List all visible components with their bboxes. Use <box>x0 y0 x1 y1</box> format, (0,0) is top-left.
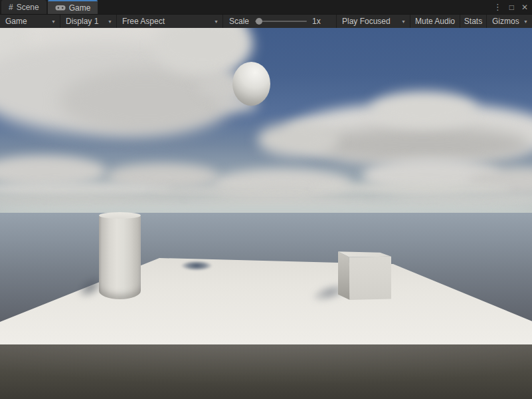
play-focused-dropdown[interactable]: Play Focused ▼ <box>336 15 410 28</box>
close-icon[interactable]: ✕ <box>521 3 528 11</box>
game-render-viewport[interactable] <box>0 28 532 399</box>
grid-icon: # <box>9 3 13 12</box>
mute-audio-label: Mute Audio <box>415 17 455 26</box>
toolbar-spacer <box>321 15 336 28</box>
aspect-ratio-dropdown[interactable]: Free Aspect ▼ <box>117 15 223 28</box>
view-dropdown-label: Game <box>5 17 27 26</box>
cylinder-top-cap <box>99 212 141 219</box>
ground <box>0 344 532 399</box>
scale-slider[interactable] <box>255 21 307 22</box>
gamepad-icon <box>55 4 66 11</box>
cylinder-body <box>99 213 141 299</box>
gizmos-dropdown[interactable]: Gizmos ▼ <box>486 15 532 28</box>
stats-button[interactable]: Stats <box>460 15 486 28</box>
play-focused-label: Play Focused <box>342 17 391 26</box>
maximize-icon[interactable]: □ <box>509 3 514 11</box>
gizmos-label: Gizmos <box>492 17 519 26</box>
sky <box>0 28 532 214</box>
tab-scene[interactable]: # Scene <box>1 0 46 14</box>
scale-value: 1x <box>312 17 321 26</box>
display-dropdown-label: Display 1 <box>66 17 98 26</box>
scale-slider-knob[interactable] <box>256 18 262 25</box>
sphere-shadow <box>181 261 213 271</box>
cylinder <box>99 213 141 299</box>
tab-bar: # Scene Game ⋮ □ ✕ <box>0 0 532 14</box>
mute-audio-button[interactable]: Mute Audio <box>410 15 460 28</box>
game-view-toolbar: Game ▼ Display 1 ▼ Free Aspect ▼ Scale 1… <box>0 14 532 28</box>
chevron-down-icon: ▼ <box>401 19 406 24</box>
tab-game[interactable]: Game <box>48 0 98 14</box>
chevron-down-icon: ▼ <box>51 19 56 24</box>
more-menu-icon[interactable]: ⋮ <box>493 3 502 11</box>
stats-label: Stats <box>464 17 482 26</box>
display-dropdown[interactable]: Display 1 ▼ <box>60 15 117 28</box>
aspect-dropdown-label: Free Aspect <box>122 17 165 26</box>
chevron-down-icon: ▼ <box>214 19 219 24</box>
sphere <box>232 62 270 106</box>
chevron-down-icon: ▼ <box>523 19 528 24</box>
window-controls: ⋮ □ ✕ <box>493 0 528 14</box>
view-dropdown[interactable]: Game ▼ <box>0 15 60 28</box>
chevron-down-icon: ▼ <box>108 19 112 24</box>
cube <box>338 250 391 300</box>
tab-game-label: Game <box>69 3 91 13</box>
scale-control: Scale 1x <box>223 15 321 28</box>
tab-scene-label: Scene <box>17 3 39 12</box>
scale-label: Scale <box>229 17 249 26</box>
